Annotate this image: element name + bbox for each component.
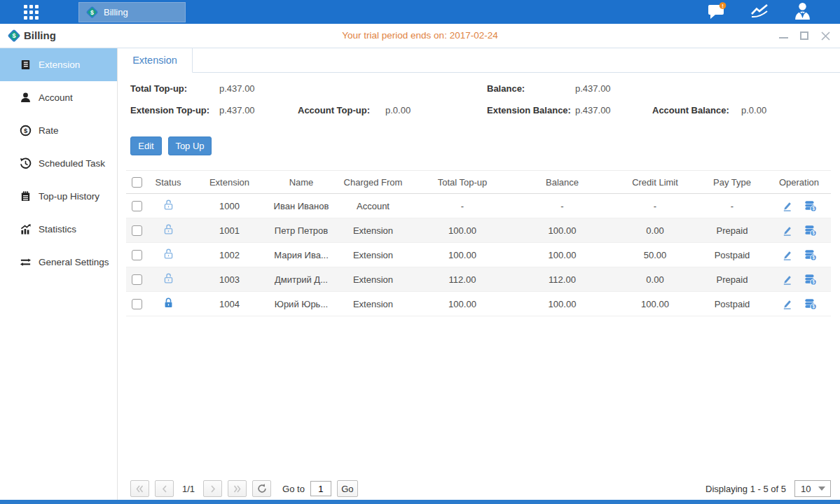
edit-pencil-icon[interactable] xyxy=(781,225,793,237)
tab-extension[interactable]: Extension xyxy=(118,48,193,73)
row-checkbox[interactable] xyxy=(132,299,142,309)
app-grid-icon[interactable] xyxy=(24,5,49,19)
svg-text:$: $ xyxy=(812,230,815,236)
cell-extension: 1003 xyxy=(189,267,270,292)
topup-coins-icon[interactable]: $ xyxy=(804,273,817,286)
sidebar-item-scheduled-task[interactable]: Scheduled Task xyxy=(0,147,117,180)
table-header-row: Status Extension Name Charged From Total… xyxy=(126,171,831,194)
edit-button[interactable]: Edit xyxy=(130,136,162,155)
general-settings-sliders-icon xyxy=(20,256,32,268)
go-button[interactable]: Go xyxy=(337,480,358,497)
close-button[interactable] xyxy=(820,31,830,41)
rate-dollar-icon: $ xyxy=(20,125,32,136)
page-size-value: 10 xyxy=(801,484,811,494)
window-bottom-border xyxy=(0,500,840,504)
row-checkbox[interactable] xyxy=(132,250,142,260)
cell-total-topup: 112.00 xyxy=(413,267,511,292)
edit-pencil-icon[interactable] xyxy=(781,200,793,212)
edit-pencil-icon[interactable] xyxy=(781,298,793,310)
sidebar-item-general-settings[interactable]: General Settings xyxy=(0,246,117,279)
messages-icon[interactable]: ! xyxy=(708,2,727,22)
sidebar-item-statistics[interactable]: Statistics xyxy=(0,213,117,246)
svg-text:$: $ xyxy=(812,304,815,309)
cell-balance: - xyxy=(511,194,613,218)
displaying-text: Displaying 1 - 5 of 5 xyxy=(705,484,786,494)
sidebar: Extension Account $ Rate Scheduled Task xyxy=(0,48,118,500)
first-page-button[interactable] xyxy=(130,480,149,497)
col-status: Status xyxy=(147,171,189,194)
sidebar-item-rate[interactable]: $ Rate xyxy=(0,114,117,147)
col-pay-type: Pay Type xyxy=(697,171,767,194)
tab-bar: Extension xyxy=(118,48,840,73)
cell-extension: 1000 xyxy=(189,194,270,218)
last-page-button[interactable] xyxy=(228,480,247,497)
cell-pay-type: Prepaid xyxy=(697,267,767,292)
account-balance-value: p.0.00 xyxy=(741,105,766,115)
goto-label: Go to xyxy=(282,484,305,494)
cell-name: Петр Петров xyxy=(270,218,333,243)
svg-text:$: $ xyxy=(90,9,94,16)
select-all-checkbox[interactable] xyxy=(132,177,142,188)
cell-total-topup: 100.00 xyxy=(413,243,511,267)
svg-text:$: $ xyxy=(812,206,815,211)
edit-pencil-icon[interactable] xyxy=(781,274,793,286)
refresh-button[interactable] xyxy=(252,480,271,497)
col-extension: Extension xyxy=(189,171,270,194)
table-row: 1004 Юрий Юрь... Extension 100.00 100.00… xyxy=(126,292,831,316)
sidebar-item-extension[interactable]: Extension xyxy=(0,48,117,81)
pagination-summary: Displaying 1 - 5 of 5 10 xyxy=(705,479,831,498)
statistics-chart-icon[interactable] xyxy=(750,3,769,22)
topup-coins-icon[interactable]: $ xyxy=(804,224,817,237)
cell-charged-from: Extension xyxy=(333,267,413,292)
status-locked-icon xyxy=(163,297,174,309)
topup-coins-icon[interactable]: $ xyxy=(804,298,817,310)
chevron-down-icon xyxy=(818,486,825,491)
topup-coins-icon[interactable]: $ xyxy=(804,200,817,212)
row-checkbox[interactable] xyxy=(132,274,142,285)
extension-balance-label: Extension Balance: xyxy=(487,105,571,115)
sidebar-item-label: Account xyxy=(39,92,73,103)
account-balance-label: Account Balance: xyxy=(652,105,729,115)
cell-credit-limit: 100.00 xyxy=(613,292,697,316)
edit-pencil-icon[interactable] xyxy=(781,249,793,261)
cell-name: Иван Иванов xyxy=(270,194,333,218)
page-size-select[interactable]: 10 xyxy=(794,480,831,497)
goto-page-input[interactable] xyxy=(310,481,331,496)
cell-extension: 1002 xyxy=(189,243,270,267)
cell-balance: 112.00 xyxy=(511,267,613,292)
cell-total-topup: 100.00 xyxy=(413,218,511,243)
cell-charged-from: Extension xyxy=(333,243,413,267)
prev-page-button[interactable] xyxy=(155,480,174,497)
cell-total-topup: - xyxy=(413,194,511,218)
row-checkbox[interactable] xyxy=(132,201,142,211)
cell-pay-type: - xyxy=(697,194,767,218)
user-icon[interactable] xyxy=(793,1,812,23)
status-unlocked-icon xyxy=(163,248,174,260)
billing-diamond-icon: $ xyxy=(85,6,99,19)
cell-name: Дмитрий Д... xyxy=(270,267,333,292)
col-operation: Operation xyxy=(767,171,831,194)
sidebar-item-account[interactable]: Account xyxy=(0,81,117,114)
taskbar-item-billing[interactable]: $ Billing xyxy=(78,2,186,22)
col-name: Name xyxy=(270,171,333,194)
sidebar-item-label: Top-up History xyxy=(39,191,99,202)
account-person-icon xyxy=(20,92,32,104)
minimize-button[interactable] xyxy=(778,31,788,41)
col-credit-limit: Credit Limit xyxy=(613,171,697,194)
window-titlebar: $ Billing Your trial period ends on: 201… xyxy=(0,24,840,48)
sidebar-item-label: Rate xyxy=(39,125,59,136)
row-checkbox[interactable] xyxy=(132,225,142,236)
top-up-button[interactable]: Top Up xyxy=(168,136,212,155)
table-row: 1001 Петр Петров Extension 100.00 100.00… xyxy=(126,218,831,243)
next-page-button[interactable] xyxy=(203,480,222,497)
sidebar-item-topup-history[interactable]: Top-up History xyxy=(0,180,117,213)
taskbar-item-label: Billing xyxy=(104,7,128,18)
balance-value: p.437.00 xyxy=(575,83,611,94)
maximize-button[interactable] xyxy=(799,31,809,41)
cell-charged-from: Extension xyxy=(333,218,413,243)
sidebar-item-label: Extension xyxy=(39,59,80,70)
sidebar-item-label: Statistics xyxy=(39,224,76,234)
topup-coins-icon[interactable]: $ xyxy=(804,248,817,261)
cell-charged-from: Account xyxy=(333,194,413,218)
svg-text:$: $ xyxy=(812,255,815,260)
